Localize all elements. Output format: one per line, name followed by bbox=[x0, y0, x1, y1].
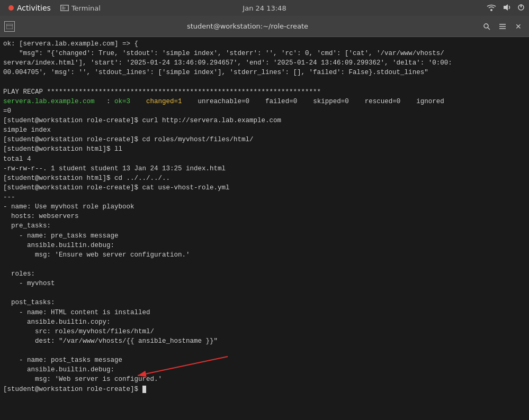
terminal-line-11: [student@workstation role-create]$ cd ro… bbox=[3, 135, 526, 144]
terminal-line-30: ansible.builtin.copy: bbox=[3, 317, 526, 327]
terminal-icon bbox=[60, 5, 69, 11]
terminal-line-19: hosts: webservers bbox=[3, 212, 526, 221]
activities-button[interactable]: Activities bbox=[4, 0, 55, 16]
terminal-line-8: =0 bbox=[3, 106, 526, 116]
activities-dot bbox=[8, 5, 14, 11]
svg-point-10 bbox=[484, 24, 488, 28]
terminal-line-21: - name: pre_tasks message bbox=[3, 231, 526, 241]
terminal-line-1: ok: [servera.lab.example.com] => { bbox=[3, 39, 526, 49]
terminal-line-37: [student@workstation role-create]$ bbox=[3, 385, 526, 394]
terminal-line-22: ansible.builtin.debug: bbox=[3, 241, 526, 250]
search-button[interactable] bbox=[480, 20, 493, 33]
network-icon[interactable] bbox=[487, 4, 496, 13]
terminal-line-7: servera.lab.example.com : ok=3 changed=1… bbox=[3, 97, 526, 106]
svg-rect-8 bbox=[6, 24, 13, 29]
system-bar-right bbox=[487, 4, 525, 13]
terminal-line-34: - name: post_tasks message bbox=[3, 355, 526, 365]
window-icon bbox=[4, 21, 15, 32]
menu-button[interactable] bbox=[496, 20, 509, 33]
terminal-line-25: roles: bbox=[3, 269, 526, 279]
datetime-display: Jan 24 13:48 bbox=[243, 4, 286, 12]
terminal-line-36: msg: 'Web server is configured.' bbox=[3, 375, 526, 384]
terminal-line-10: simple index bbox=[3, 125, 526, 135]
terminal-line-9: [student@workstation role-create]$ curl … bbox=[3, 116, 526, 125]
terminal-line-32: dest: "/var/www/vhosts/{{ ansible_hostna… bbox=[3, 336, 526, 346]
svg-point-4 bbox=[490, 9, 492, 11]
terminal-line-35: ansible.builtin.debug: bbox=[3, 365, 526, 375]
terminal-line-2: "msg": "{'changed': True, 'stdout': 'sim… bbox=[3, 49, 526, 58]
terminal-line-28: post_tasks: bbox=[3, 298, 526, 307]
window-titlebar: student@workstation:~/role-create ✕ bbox=[0, 16, 529, 37]
terminal-line-14: -rw-rw-r--. 1 student student 13 Jan 24 … bbox=[3, 164, 526, 174]
system-bar: Activities Terminal Jan 24 13:48 bbox=[0, 0, 529, 16]
terminal-line-6: PLAY RECAP *****************************… bbox=[3, 87, 526, 97]
terminal-line-27 bbox=[3, 288, 526, 298]
terminal-content[interactable]: ok: [servera.lab.example.com] => { "msg"… bbox=[0, 37, 529, 420]
titlebar-actions: ✕ bbox=[480, 20, 525, 33]
terminal-label: Terminal bbox=[71, 4, 101, 12]
terminal-line-17: --- bbox=[3, 193, 526, 202]
terminal-line-18: - name: Use myvhost role playbook bbox=[3, 202, 526, 212]
terminal-line-26: - myvhost bbox=[3, 279, 526, 288]
window-title: student@workstation:~/role-create bbox=[19, 22, 476, 30]
volume-icon[interactable] bbox=[503, 4, 511, 13]
terminal-line-3: servera/index.html'], 'start': '2025-01-… bbox=[3, 58, 526, 68]
terminal-line-16: [student@workstation role-create]$ cat u… bbox=[3, 183, 526, 193]
terminal-line-12: [student@workstation html]$ ll bbox=[3, 144, 526, 154]
terminal-line-33 bbox=[3, 346, 526, 355]
close-button[interactable]: ✕ bbox=[512, 20, 525, 33]
terminal-line-4: 00.004705', 'msg': '', 'stdout_lines': [… bbox=[3, 68, 526, 77]
svg-line-11 bbox=[488, 28, 490, 30]
datetime-text: Jan 24 13:48 bbox=[243, 4, 286, 12]
terminal-button[interactable]: Terminal bbox=[55, 0, 106, 16]
terminal-line-24 bbox=[3, 260, 526, 269]
power-icon[interactable] bbox=[517, 4, 525, 13]
terminal-line-31: src: roles/myvhost/files/html/ bbox=[3, 327, 526, 336]
activities-label: Activities bbox=[17, 4, 51, 12]
terminal-line-13: total 4 bbox=[3, 154, 526, 164]
terminal-line-29: - name: HTML content is installed bbox=[3, 308, 526, 317]
terminal-line-20: pre_tasks: bbox=[3, 221, 526, 231]
terminal-line-15: [student@workstation html]$ cd ../../../… bbox=[3, 174, 526, 183]
terminal-line-5 bbox=[3, 78, 526, 87]
system-bar-left: Activities Terminal bbox=[4, 0, 106, 16]
terminal-line-23: msg: 'Ensure web server configuration.' bbox=[3, 250, 526, 260]
svg-marker-5 bbox=[504, 4, 508, 11]
